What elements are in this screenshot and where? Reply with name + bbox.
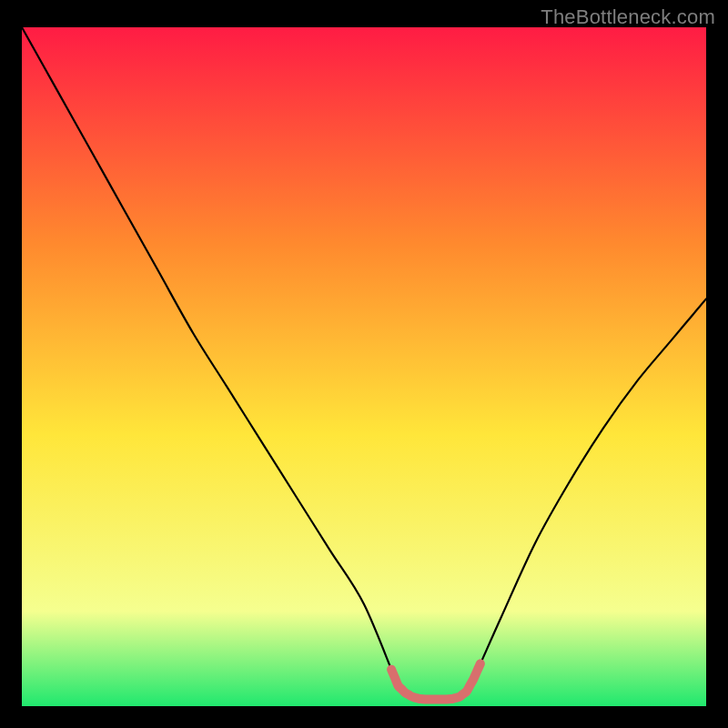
bottleneck-chart [0, 0, 728, 728]
watermark-label: TheBottleneck.com [541, 5, 715, 29]
chart-canvas: TheBottleneck.com [0, 0, 728, 728]
